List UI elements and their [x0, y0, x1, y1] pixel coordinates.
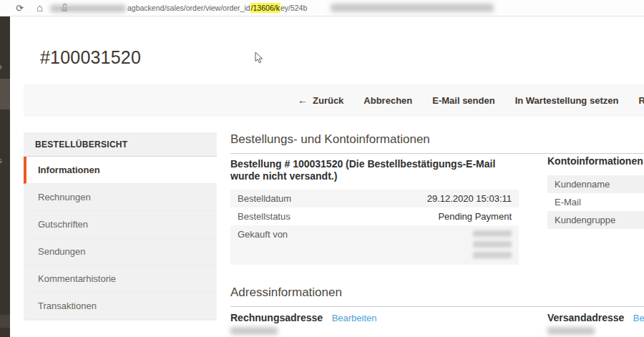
- table-row: Bestelldatum 29.12.2020 15:03:11: [230, 190, 519, 207]
- page-title: #100031520: [40, 47, 141, 68]
- account-row-kundenname: Kundenname: [547, 175, 644, 193]
- sidebar-item-transaktionen[interactable]: Transaktionen: [24, 293, 217, 320]
- url-suffix: ey/524b: [280, 4, 307, 12]
- admin-menu-highlighted-item[interactable]: [0, 79, 10, 109]
- home-icon[interactable]: ⌂: [36, 1, 43, 14]
- row-label: Bestellstatus: [230, 207, 348, 225]
- blurred-address-line: [547, 327, 595, 335]
- sidebar-item-gutschriften[interactable]: Gutschriften: [24, 211, 217, 238]
- row-value: Pending Payment: [348, 207, 519, 225]
- mouse-cursor: [255, 52, 263, 64]
- section-title-order-account: Bestellungs- und Kontoinformationen: [230, 132, 644, 154]
- order-info-table: Bestelldatum 29.12.2020 15:03:11 Bestell…: [230, 190, 519, 265]
- table-row: Bestellstatus Pending Payment: [230, 207, 519, 225]
- back-button[interactable]: ← Zurück: [298, 94, 343, 106]
- blurred-value-line: [473, 241, 512, 248]
- account-row-kundengruppe: Kundengruppe: [547, 211, 644, 229]
- admin-menu-item-band[interactable]: [0, 315, 10, 328]
- menu-label-fragment: G: [0, 157, 2, 165]
- blurred-url-tail: [331, 4, 494, 12]
- send-email-button[interactable]: E-Mail senden: [432, 95, 494, 106]
- billing-address-block: Rechnungsadresse Bearbeiten: [230, 311, 377, 324]
- back-arrow-icon: ←: [298, 94, 308, 106]
- row-value: 29.12.2020 15:03:11: [348, 190, 519, 207]
- screen: ⟳ ⌂ agbackend/sales/order/view/order_id/…: [0, 0, 644, 337]
- section-title-addresses: Adressinformationen: [230, 285, 644, 307]
- reload-icon[interactable]: ⟳: [16, 2, 24, 15]
- admin-menu-strip[interactable]: D G: [0, 16, 10, 337]
- sidebar-header: BESTELLÜBERSICHT: [24, 132, 217, 157]
- table-row: Gekauft von: [230, 225, 519, 265]
- row-label: Gekauft von: [230, 225, 348, 265]
- hold-button[interactable]: In Wartestellung setzen: [515, 95, 619, 106]
- blurred-address-line: [230, 327, 278, 335]
- sidebar-item-kommentarhistorie[interactable]: Kommentarhistorie: [24, 265, 217, 293]
- order-subtitle: Bestellung # 100031520 (Die Bestellbestä…: [230, 158, 520, 182]
- order-view-sidebar: BESTELLÜBERSICHT Informationen Rechnunge…: [24, 132, 217, 321]
- sidebar-item-informationen[interactable]: Informationen: [24, 157, 217, 184]
- blurred-domain: [50, 5, 126, 12]
- account-info-section: Kontoinformationen Kundenname E-Mail Kun…: [547, 155, 644, 229]
- invoice-button[interactable]: Rechnung: [638, 95, 644, 106]
- sidebar-item-rechnungen[interactable]: Rechnungen: [24, 184, 217, 211]
- cancel-button[interactable]: Abbrechen: [364, 95, 412, 106]
- blurred-value-line: [473, 230, 512, 237]
- url-find-highlight: /13606/k: [250, 3, 280, 13]
- billing-address-title: Rechnungsadresse: [230, 312, 323, 323]
- sidebar-item-sendungen[interactable]: Sendungen: [24, 238, 217, 265]
- url-prefix: agbackend/sales/order/view/order_id: [127, 4, 250, 12]
- account-row-email: E-Mail: [547, 193, 644, 211]
- row-label: Bestelldatum: [230, 190, 348, 207]
- shipping-address-block: Versandadresse Bearbeiten: [547, 311, 644, 324]
- browser-address-bar[interactable]: ⟳ ⌂ agbackend/sales/order/view/order_id/…: [0, 0, 644, 16]
- billing-edit-link[interactable]: Bearbeiten: [332, 313, 377, 323]
- row-value-redacted: [348, 225, 519, 265]
- order-main-content: Bestellungs- und Kontoinformationen Best…: [230, 132, 644, 337]
- shipping-address-title: Versandadresse: [547, 312, 624, 323]
- menu-label-fragment: D: [0, 64, 2, 71]
- account-info-title: Kontoinformationen: [547, 155, 644, 167]
- url-text[interactable]: agbackend/sales/order/view/order_id/1360…: [127, 3, 307, 14]
- order-action-toolbar: ← Zurück Abbrechen E-Mail senden In Wart…: [24, 84, 644, 117]
- blurred-value-line: [473, 252, 512, 258]
- shipping-edit-link[interactable]: Bearbeiten: [633, 313, 644, 323]
